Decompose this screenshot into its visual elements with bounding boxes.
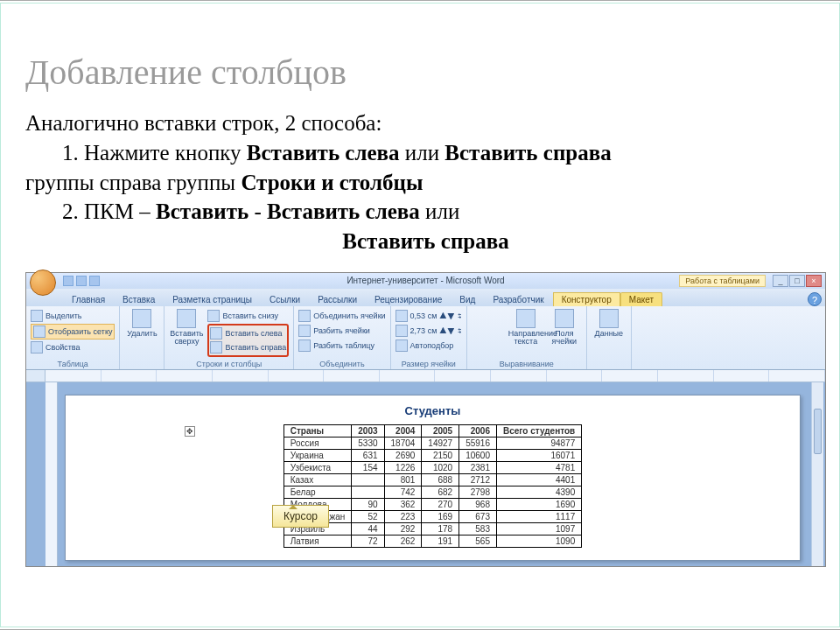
tab-view[interactable]: Вид bbox=[451, 292, 484, 306]
tab-references[interactable]: Ссылки bbox=[261, 292, 309, 306]
window-titlebar: Интернет-университет - Microsoft Word Ра… bbox=[26, 273, 825, 289]
cursor-callout: Курсор bbox=[272, 505, 329, 528]
word-screenshot: Интернет-университет - Microsoft Word Ра… bbox=[25, 272, 826, 567]
select-button[interactable]: Выделить bbox=[31, 309, 115, 323]
split-table-button[interactable]: Разбить таблицу bbox=[298, 339, 385, 353]
data-button[interactable]: Данные bbox=[592, 309, 626, 338]
tab-insert[interactable]: Вставка bbox=[114, 292, 164, 306]
tab-layout[interactable]: Макет bbox=[620, 292, 662, 306]
students-table[interactable]: Страны 2003 2004 2005 2006 Всего студент… bbox=[284, 424, 582, 548]
slide-title: Добавление столбцов bbox=[25, 52, 826, 93]
tab-mailings[interactable]: Рассылки bbox=[309, 292, 366, 306]
vertical-scrollbar[interactable] bbox=[811, 382, 823, 566]
window-maximize[interactable]: □ bbox=[789, 275, 805, 287]
table-row: Казах80168827124401 bbox=[284, 473, 581, 486]
text-direction-button[interactable]: Направление текста bbox=[508, 309, 543, 346]
tab-home[interactable]: Главная bbox=[63, 292, 114, 306]
contextual-tab-label: Работа с таблицами bbox=[679, 275, 766, 287]
table-row: Узбекиста1541226102023814781 bbox=[284, 461, 581, 473]
insert-left-button[interactable]: Вставить слева bbox=[210, 326, 286, 340]
cell-margins-button[interactable]: Поля ячейки bbox=[547, 309, 582, 346]
tab-developer[interactable]: Разработчик bbox=[484, 292, 552, 306]
slide-body: Аналогично вставки строк, 2 способа: 1. … bbox=[25, 108, 826, 256]
window-title: Интернет-университет - Microsoft Word bbox=[346, 276, 504, 285]
office-button[interactable] bbox=[30, 270, 56, 296]
col-width-input[interactable]: 2,73 см ⯅⯆ ⇆ bbox=[396, 324, 462, 338]
view-gridlines-button[interactable]: Отобразить сетку bbox=[31, 324, 115, 340]
delete-button[interactable]: Удалить bbox=[124, 309, 159, 338]
document-area: Студенты ✥ Страны 2003 2004 2005 2006 Вс… bbox=[26, 382, 825, 566]
quick-access-toolbar[interactable] bbox=[63, 276, 100, 286]
table-row: Украина631269021501060016071 bbox=[284, 449, 581, 461]
window-minimize[interactable]: _ bbox=[773, 275, 788, 287]
autofit-button[interactable]: Автоподбор bbox=[396, 339, 462, 353]
vertical-ruler[interactable] bbox=[46, 382, 58, 566]
window-close[interactable]: × bbox=[806, 275, 822, 287]
insert-right-button[interactable]: Вставить справа bbox=[210, 340, 286, 354]
insert-below-button[interactable]: Вставить снизу bbox=[207, 309, 289, 323]
ribbon-tabs: Главная Вставка Разметка страницы Ссылки… bbox=[26, 289, 825, 306]
properties-button[interactable]: Свойства bbox=[31, 340, 115, 354]
row-height-input[interactable]: 0,53 см ⯅⯆ ⇆ bbox=[396, 309, 462, 323]
table-row: Страны 2003 2004 2005 2006 Всего студент… bbox=[284, 424, 581, 437]
intro-line: Аналогично вставки строк, 2 способа: bbox=[25, 108, 826, 138]
ribbon: Выделить Отобразить сетку Свойства Табли… bbox=[26, 306, 825, 370]
insert-above-button[interactable]: Вставить сверху bbox=[169, 309, 204, 346]
tab-review[interactable]: Рецензирование bbox=[366, 292, 451, 306]
page: Студенты ✥ Страны 2003 2004 2005 2006 Вс… bbox=[65, 395, 801, 561]
tab-design[interactable]: Конструктор bbox=[553, 292, 620, 306]
tab-page-layout[interactable]: Разметка страницы bbox=[164, 292, 261, 306]
table-row: Латвия722621915651090 bbox=[284, 535, 581, 547]
document-heading: Студенты bbox=[92, 404, 774, 417]
table-row: Россия533018704149275591694877 bbox=[284, 437, 581, 449]
table-move-handle[interactable]: ✥ bbox=[185, 426, 195, 437]
split-cells-button[interactable]: Разбить ячейки bbox=[298, 324, 385, 338]
merge-cells-button[interactable]: Объединить ячейки bbox=[298, 309, 385, 323]
help-icon[interactable]: ? bbox=[808, 292, 822, 306]
horizontal-ruler[interactable] bbox=[26, 370, 825, 382]
table-row: Белар74268227984390 bbox=[284, 486, 581, 498]
